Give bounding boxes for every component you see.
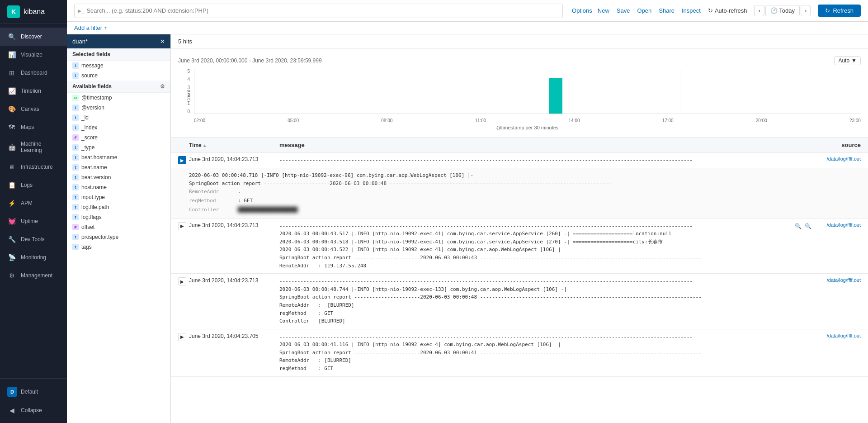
row-toggle-3[interactable]: ▶ [178, 277, 187, 285]
chart-date-range: June 3rd 2020, 00:00:00.000 - June 3rd 2… [178, 57, 322, 64]
row-toggle-2[interactable]: ▶ [178, 222, 187, 230]
options-button[interactable]: Options [572, 7, 592, 14]
selected-field-source[interactable]: tsource [67, 71, 170, 81]
field-name-beat.name: beat.name [81, 164, 107, 171]
toggle-button-3[interactable]: ▶ [178, 277, 186, 285]
available-field-_index[interactable]: t_index [67, 123, 170, 133]
available-field-prospector.type[interactable]: tprospector.type [67, 232, 170, 242]
calendar-icon: 🕐 [770, 7, 778, 14]
available-field-offset[interactable]: #offset [67, 222, 170, 232]
sidebar-item-apm[interactable]: ⚡APM [0, 194, 67, 212]
table-row-1[interactable]: ▶ June 3rd 2020, 14:04:23.713 ----------… [171, 152, 868, 168]
field-type-tags: t [72, 244, 79, 250]
today-button[interactable]: 🕐 Today [765, 5, 800, 16]
index-close-icon[interactable]: ✕ [160, 38, 165, 45]
search-input[interactable] [86, 7, 559, 14]
row-toggle-4[interactable]: ▶ [178, 333, 187, 341]
table-header: Time▲ message source [171, 138, 868, 152]
sidebar-item-visualize[interactable]: 📊Visualize [0, 46, 67, 64]
timelion-icon: 📈 [7, 86, 16, 95]
sidebar-item-maps[interactable]: 🗺Maps [0, 118, 67, 136]
available-field-_score[interactable]: #_score [67, 133, 170, 143]
sidebar-collapse-label: Collapse [21, 407, 42, 413]
sidebar-item-monitoring[interactable]: 📡Monitoring [0, 248, 67, 266]
sidebar-item-label-logs: Logs [21, 182, 33, 188]
available-field-beat.name[interactable]: tbeat.name [67, 162, 170, 172]
management-icon: ⚙ [7, 271, 16, 280]
sidebar-item-management[interactable]: ⚙Management [0, 266, 67, 285]
field-name-tags: tags [81, 244, 92, 250]
available-field-_type[interactable]: t_type [67, 143, 170, 152]
dashboard-icon: ⊞ [7, 68, 16, 77]
sidebar-item-canvas[interactable]: 🎨Canvas [0, 100, 67, 118]
field-list: Selected fields tmessagetsource Availabl… [67, 48, 170, 423]
x-label-1: 05:00 [288, 118, 299, 123]
col-header-time[interactable]: Time▲ [189, 142, 279, 148]
zoom-in-icon-2[interactable]: 🔍 [794, 222, 802, 230]
col-header-source: source [816, 142, 861, 148]
sidebar: K kibana 🔍Discover📊Visualize⊞Dashboard📈T… [0, 0, 67, 423]
row-message-3: ----------------------------------------… [279, 277, 816, 325]
prev-date-button[interactable]: ‹ [754, 5, 764, 16]
available-field-@timestamp[interactable]: o@timestamp [67, 93, 170, 103]
table-row-3[interactable]: ▶ June 3rd 2020, 14:04:23.713 ----------… [171, 274, 868, 329]
sidebar-item-label-monitoring: Monitoring [21, 254, 46, 261]
sidebar-user[interactable]: D Default [0, 382, 67, 401]
chart-plot [194, 69, 861, 114]
share-button[interactable]: Share [659, 7, 675, 14]
save-button[interactable]: Save [617, 7, 630, 14]
row-detail-1: 2020-06-03 00:00:48.718 |-INFO [http-nio… [171, 168, 868, 218]
field-name-message: message [81, 62, 104, 69]
row-source-4: /data/log/ffff.out [816, 333, 861, 338]
detail-line: SpringBoot action report ---------------… [189, 180, 850, 188]
search-bar[interactable]: ▶_ [74, 4, 563, 18]
inspect-button[interactable]: Inspect [682, 7, 701, 14]
available-field-log.flags[interactable]: tlog.flags [67, 212, 170, 222]
auto-refresh-button[interactable]: ↻ Auto-refresh [708, 7, 747, 14]
selected-fields-list: tmessagetsource [67, 61, 170, 81]
table-row-4[interactable]: ▶ June 3rd 2020, 14:04:23.705 ----------… [171, 329, 868, 376]
toggle-button-1[interactable]: ▶ [178, 156, 186, 164]
field-name-_type: _type [81, 144, 94, 151]
field-name-host.name: host.name [81, 184, 107, 190]
row-toggle-1[interactable]: ▶ [178, 156, 187, 164]
selected-field-message[interactable]: tmessage [67, 61, 170, 71]
row-source-3: /data/log/ffff.out [816, 277, 861, 283]
kibana-logo-text: kibana [24, 8, 45, 16]
sidebar-item-uptime[interactable]: 💓Uptime [0, 212, 67, 230]
next-date-button[interactable]: › [801, 5, 811, 16]
available-field-_id[interactable]: t_id [67, 113, 170, 123]
sidebar-item-dev-tools[interactable]: 🔧Dev Tools [0, 230, 67, 248]
new-button[interactable]: New [598, 7, 609, 14]
refresh-button[interactable]: ↻ Refresh [818, 5, 861, 17]
sidebar-item-machine-learning[interactable]: 🤖Machine Learning [0, 136, 67, 158]
chart-interval-select[interactable]: Auto ▼ [834, 56, 861, 65]
table-row-2[interactable]: ▶ June 3rd 2020, 14:04:23.713 ----------… [171, 219, 868, 274]
available-field-log.file.path[interactable]: tlog.file.path [67, 202, 170, 212]
hits-count: 5 hits [171, 34, 868, 49]
canvas-icon: 🎨 [7, 105, 16, 114]
date-nav: ‹ 🕐 Today › [754, 5, 811, 16]
sidebar-item-collapse[interactable]: ◀ Collapse [0, 401, 67, 419]
available-field-@version[interactable]: t@version [67, 103, 170, 113]
sidebar-item-dashboard[interactable]: ⊞Dashboard [0, 64, 67, 82]
toggle-button-4[interactable]: ▶ [178, 333, 186, 341]
sidebar-item-timelion[interactable]: 📈Timelion [0, 82, 67, 100]
sidebar-item-logs[interactable]: 📋Logs [0, 176, 67, 194]
available-fields-settings-icon[interactable]: ⚙ [160, 83, 165, 90]
sidebar-item-infrastructure[interactable]: 🖥Infrastructure [0, 158, 67, 176]
available-field-tags[interactable]: ttags [67, 242, 170, 252]
zoom-out-icon-2[interactable]: 🔍 [804, 222, 812, 230]
detail-line: Controller████████████████████ [189, 205, 850, 214]
available-field-input.type[interactable]: tinput.type [67, 192, 170, 202]
available-field-host.name[interactable]: thost.name [67, 182, 170, 192]
add-filter-button[interactable]: Add a filter + [74, 24, 108, 31]
open-button[interactable]: Open [637, 7, 651, 14]
sidebar-item-discover[interactable]: 🔍Discover [0, 28, 67, 46]
row-time-2: June 3rd 2020, 14:04:23.713 [189, 222, 279, 228]
available-field-beat.version[interactable]: tbeat.version [67, 172, 170, 182]
monitoring-icon: 📡 [7, 253, 16, 262]
toggle-button-2[interactable]: ▶ [178, 222, 186, 230]
chart-container: 5 4 3 2 1 0 Count 02:0 [178, 69, 861, 123]
available-field-beat.hostname[interactable]: tbeat.hostname [67, 152, 170, 162]
